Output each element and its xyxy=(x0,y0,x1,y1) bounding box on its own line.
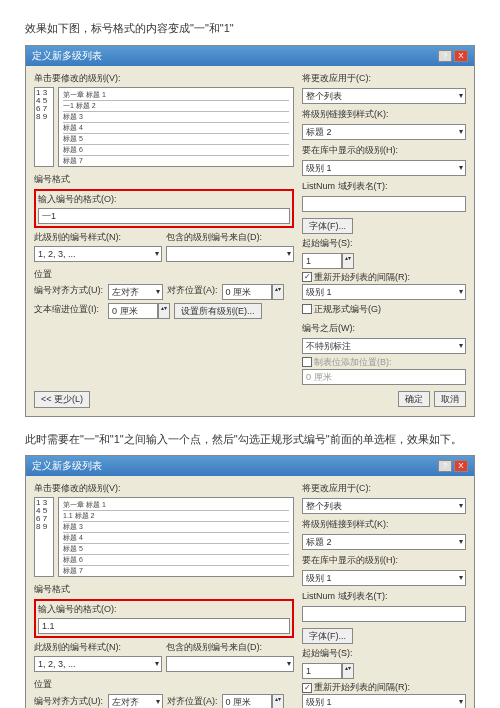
listnum-input[interactable] xyxy=(302,606,466,622)
help-button[interactable]: ? xyxy=(438,460,452,472)
restart-checkbox[interactable]: ✓ xyxy=(302,683,312,693)
link-style-select[interactable]: 标题 2 xyxy=(302,534,466,550)
apply-to-select[interactable]: 整个列表 xyxy=(302,498,466,514)
format-highlight: 输入编号的格式(O): 一1 xyxy=(34,189,294,228)
level-list[interactable]: 1 3 4 5 6 7 8 9 xyxy=(34,497,54,577)
apply-to-select[interactable]: 整个列表 xyxy=(302,88,466,104)
start-at-input[interactable]: 1 xyxy=(302,663,342,679)
format-section-title: 编号格式 xyxy=(34,173,294,186)
dialog-1: 定义新多级列表 ? X 单击要修改的级别(V): 1 3 4 5 6 7 8 9… xyxy=(25,45,475,417)
tabstop-checkbox[interactable] xyxy=(302,357,312,367)
show-level-select[interactable]: 级别 1 xyxy=(302,570,466,586)
preview-pane: 第一章 标题 1 一1 标题 2 标题 3 标题 4 标题 5 标题 6 标题 … xyxy=(58,87,294,167)
spin-icon[interactable]: ▴▾ xyxy=(272,694,284,708)
spin-icon[interactable]: ▴▾ xyxy=(158,303,170,319)
format-highlight: 输入编号的格式(O): 1.1 xyxy=(34,599,294,638)
set-all-button[interactable]: 设置所有级别(E)... xyxy=(174,303,262,319)
ok-button[interactable]: 确定 xyxy=(398,391,430,407)
listnum-input[interactable] xyxy=(302,196,466,212)
include-select[interactable] xyxy=(166,246,294,262)
regular-checkbox[interactable] xyxy=(302,304,312,314)
follow-select[interactable]: 不特别标注 xyxy=(302,338,466,354)
dialog-2: 定义新多级列表 ? X 单击要修改的级别(V): 1 3 4 5 6 7 8 9… xyxy=(25,455,475,708)
format-section-title: 编号格式 xyxy=(34,583,294,596)
position-section-title: 位置 xyxy=(34,268,294,281)
restart-select[interactable]: 级别 1 xyxy=(302,694,466,708)
level-label: 单击要修改的级别(V): xyxy=(34,72,294,85)
position-section-title: 位置 xyxy=(34,678,294,691)
indent-input[interactable]: 0 厘米 xyxy=(108,303,158,319)
help-button[interactable]: ? xyxy=(438,50,452,62)
cancel-button[interactable]: 取消 xyxy=(434,391,466,407)
link-style-select[interactable]: 标题 2 xyxy=(302,124,466,140)
restart-checkbox[interactable]: ✓ xyxy=(302,272,312,282)
titlebar: 定义新多级列表 ? X xyxy=(26,46,474,66)
font-button[interactable]: 字体(F)... xyxy=(302,218,353,234)
titlebar: 定义新多级列表 ? X xyxy=(26,456,474,476)
more-less-button[interactable]: << 更少(L) xyxy=(34,391,90,408)
level-label: 单击要修改的级别(V): xyxy=(34,482,294,495)
include-select[interactable] xyxy=(166,656,294,672)
format-input[interactable]: 1.1 xyxy=(38,618,290,634)
restart-select[interactable]: 级别 1 xyxy=(302,284,466,300)
spin-icon[interactable]: ▴▾ xyxy=(272,284,284,300)
level-list[interactable]: 1 3 4 5 6 7 8 9 xyxy=(34,87,54,167)
font-button[interactable]: 字体(F)... xyxy=(302,628,353,644)
align-at-input[interactable]: 0 厘米 xyxy=(222,694,272,708)
close-button[interactable]: X xyxy=(454,460,468,472)
show-level-select[interactable]: 级别 1 xyxy=(302,160,466,176)
format-input[interactable]: 一1 xyxy=(38,208,290,224)
dialog-title: 定义新多级列表 xyxy=(32,49,102,63)
align-at-input[interactable]: 0 厘米 xyxy=(222,284,272,300)
description-2: 此时需要在"一"和"1"之间输入一个点，然后"勾选正规形式编号"前面的单选框，效… xyxy=(25,431,475,448)
start-at-input[interactable]: 1 xyxy=(302,253,342,269)
description-1: 效果如下图，标号格式的内容变成"一"和"1" xyxy=(25,20,475,37)
align-select[interactable]: 左对齐 xyxy=(108,284,163,300)
preview-pane: 第一章 标题 1 1.1 标题 2 标题 3 标题 4 标题 5 标题 6 标题… xyxy=(58,497,294,577)
align-select[interactable]: 左对齐 xyxy=(108,694,163,708)
style-select[interactable]: 1, 2, 3, ... xyxy=(34,246,162,262)
dialog-title: 定义新多级列表 xyxy=(32,459,102,473)
style-select[interactable]: 1, 2, 3, ... xyxy=(34,656,162,672)
spin-icon[interactable]: ▴▾ xyxy=(342,253,354,269)
close-button[interactable]: X xyxy=(454,50,468,62)
tabstop-input: 0 厘米 xyxy=(302,369,466,385)
spin-icon[interactable]: ▴▾ xyxy=(342,663,354,679)
